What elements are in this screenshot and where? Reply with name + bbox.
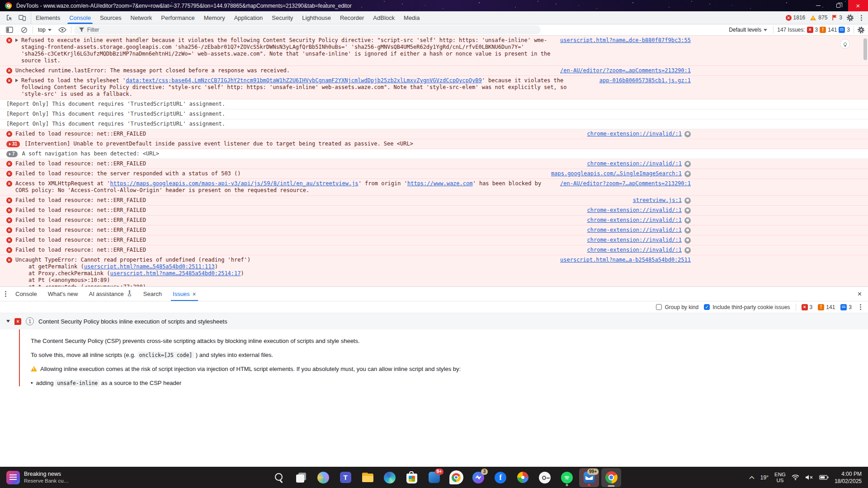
- message-link[interactable]: https://www.waze.com: [407, 180, 473, 187]
- tab-elements[interactable]: Elements: [31, 11, 65, 24]
- expand-arrow-icon[interactable]: [15, 79, 18, 82]
- drawer-tab-ai-assistance[interactable]: AI assistance: [84, 287, 138, 301]
- taskbar-search-icon[interactable]: [269, 468, 289, 487]
- drawer-tab-search[interactable]: Search: [138, 287, 167, 301]
- tab-security[interactable]: Security: [267, 11, 297, 24]
- tab-sources[interactable]: Sources: [95, 11, 126, 24]
- issues-summary[interactable]: 147 Issues: × 3 ! 141 3: [777, 27, 850, 33]
- taskbar-file-explorer-icon[interactable]: [358, 468, 377, 487]
- taskbar-task-view-icon[interactable]: [291, 468, 311, 487]
- expand-arrow-icon[interactable]: [15, 38, 18, 42]
- taskbar-messenger-icon[interactable]: 3: [468, 468, 488, 487]
- execution-context-selector[interactable]: top: [36, 27, 54, 33]
- source-link[interactable]: /en-AU/editor?zoom=7…apComments=213290:1: [560, 180, 691, 187]
- source-link[interactable]: chrome-extension://invalid/:1: [587, 207, 682, 214]
- drawer-tab-console[interactable]: Console: [10, 287, 42, 301]
- close-button[interactable]: ×: [848, 0, 868, 11]
- tab-network[interactable]: Network: [126, 11, 157, 24]
- console-scrollbar[interactable]: [863, 37, 868, 286]
- console-filter-input[interactable]: [87, 27, 536, 33]
- source-link[interactable]: chrome-extension://invalid/:1: [587, 131, 682, 137]
- console-settings-gear-icon[interactable]: [858, 27, 864, 33]
- source-link[interactable]: streetview.js:1: [633, 197, 682, 204]
- news-widget[interactable]: Breaking news Reserve Bank cu…: [0, 467, 75, 488]
- source-link[interactable]: app-016b806057385cb1.js.gz:1: [599, 77, 691, 84]
- source-link[interactable]: chrome-extension://invalid/:1: [587, 247, 682, 253]
- restore-button[interactable]: [828, 0, 848, 11]
- battery-icon[interactable]: [819, 475, 829, 480]
- scrollbar-thumb[interactable]: [863, 38, 867, 60]
- source-link[interactable]: userscript.html?name…dce-b880f87f9bc3:55: [560, 37, 691, 44]
- source-link[interactable]: userscript.html?name…a-b25485a54bd0:2511: [560, 257, 691, 263]
- taskbar-chrome-icon[interactable]: [601, 468, 621, 487]
- console-message: ×Refused to execute inline event handler…: [0, 36, 868, 66]
- taskbar-google-photos-icon[interactable]: [513, 468, 533, 487]
- include-third-party-checkbox[interactable]: ✓ Include third-party cookie issues: [704, 304, 790, 310]
- source-link[interactable]: maps.googleapis.com/…SingleImageSearch:1: [551, 170, 682, 177]
- tab-label: Application: [234, 14, 263, 21]
- close-tab-icon[interactable]: ×: [193, 291, 196, 298]
- taskbar-store-icon[interactable]: [402, 468, 422, 487]
- console-message: ×Access to XMLHttpRequest at 'https://ma…: [0, 179, 868, 196]
- tab-performance[interactable]: Performance: [156, 11, 199, 24]
- repeat-count-badge[interactable]: 31: [6, 141, 20, 147]
- collapse-triangle-icon[interactable]: [6, 320, 10, 323]
- ai-hint-lightbulb-icon[interactable]: [840, 39, 850, 49]
- settings-gear-icon[interactable]: [847, 14, 854, 21]
- error-counter[interactable]: × 1816: [786, 14, 806, 21]
- message-link[interactable]: userscript.html?name…25485a54bd0:2514:17: [110, 270, 241, 277]
- more-options-icon[interactable]: [858, 15, 864, 21]
- source-link[interactable]: chrome-extension://invalid/:1: [587, 160, 682, 167]
- language-indicator[interactable]: ENG US: [774, 472, 786, 483]
- drawer-close-icon[interactable]: ×: [851, 290, 868, 298]
- source-link[interactable]: chrome-extension://invalid/:1: [587, 237, 682, 244]
- source-link[interactable]: chrome-extension://invalid/:1: [587, 217, 682, 224]
- group-by-kind-checkbox[interactable]: Group by kind: [656, 304, 698, 310]
- message-link[interactable]: https://maps.googleapis.com/maps-api-v3/…: [110, 180, 359, 187]
- taskbar-start-icon[interactable]: [247, 468, 267, 487]
- message-link[interactable]: data:text/css;base64,LmNzcCB7IGJhY2tncm9…: [126, 77, 481, 84]
- console-message: [Report Only] This document requires 'Tr…: [0, 99, 868, 109]
- volume-muted-icon[interactable]: [805, 474, 813, 480]
- tab-console[interactable]: Console: [65, 11, 95, 24]
- drawer-tab-label: Console: [15, 291, 37, 297]
- tab-application[interactable]: Application: [230, 11, 268, 24]
- clock[interactable]: 4:00 PM 18/02/2025: [835, 470, 862, 485]
- tab-lighthouse[interactable]: Lighthouse: [297, 11, 335, 24]
- taskbar-teams-icon[interactable]: T: [335, 468, 355, 487]
- message-link[interactable]: userscript.html?name…5485a54bd0:2511:113: [84, 263, 215, 270]
- tab-adblock[interactable]: AdBlock: [368, 11, 399, 24]
- issue-header[interactable]: × 1 Content Security Policy blocks inlin…: [0, 313, 868, 329]
- tab-memory[interactable]: Memory: [199, 11, 230, 24]
- console-sidebar-icon[interactable]: [4, 24, 15, 35]
- weather-temperature[interactable]: 19°: [760, 474, 769, 481]
- live-expression-eye-icon[interactable]: [57, 24, 68, 35]
- taskbar-edge-icon[interactable]: [380, 468, 400, 487]
- source-link[interactable]: /en-AU/editor/?zoom=…apComments=213290:1: [560, 67, 691, 74]
- taskbar-mail-icon[interactable]: 99+: [579, 468, 599, 487]
- tray-chevron-up-icon[interactable]: [749, 476, 755, 479]
- repeat-count-badge[interactable]: 7: [6, 151, 18, 157]
- log-levels-selector[interactable]: Default levels: [726, 27, 769, 33]
- taskbar-copilot-icon[interactable]: [313, 468, 333, 487]
- taskbar-chrome-profile-icon[interactable]: [446, 468, 466, 487]
- taskbar-spotify-icon[interactable]: [557, 468, 577, 487]
- tray-time: 4:00 PM: [841, 470, 862, 478]
- drawer-tab-issues[interactable]: Issues×: [167, 287, 202, 301]
- device-toolbar-icon[interactable]: [16, 12, 28, 23]
- drawer-menu-icon[interactable]: [0, 291, 10, 297]
- issues-counter[interactable]: 3: [832, 14, 842, 21]
- wifi-icon[interactable]: [792, 474, 799, 480]
- warning-counter[interactable]: 875: [810, 14, 827, 21]
- taskbar-facebook-icon[interactable]: f: [491, 468, 510, 487]
- tab-media[interactable]: Media: [399, 11, 424, 24]
- drawer-tab-what-s-new[interactable]: What's new: [42, 287, 84, 301]
- taskbar-outlook-icon[interactable]: 9+: [424, 468, 444, 487]
- issues-more-options-icon[interactable]: [857, 304, 863, 310]
- tab-recorder[interactable]: Recorder: [335, 11, 368, 24]
- inspect-element-icon[interactable]: [4, 12, 15, 23]
- taskbar-google-password-icon[interactable]: [535, 468, 555, 487]
- source-link[interactable]: chrome-extension://invalid/:1: [587, 227, 682, 234]
- clear-console-icon[interactable]: [18, 24, 30, 35]
- minimize-button[interactable]: [808, 0, 828, 11]
